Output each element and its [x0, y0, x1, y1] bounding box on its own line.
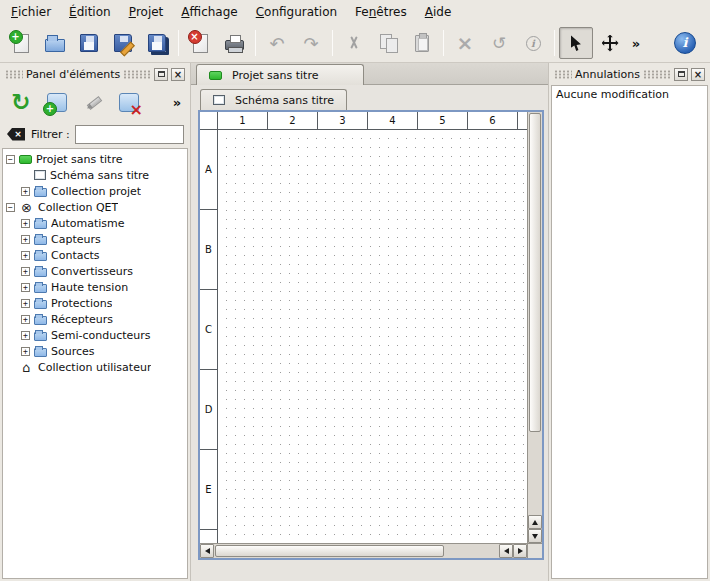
float-dock-button[interactable]: [674, 68, 688, 81]
copy-button[interactable]: [371, 27, 405, 59]
open-project-button[interactable]: [38, 27, 72, 59]
expander-minus-icon[interactable]: −: [6, 155, 15, 164]
expander-plus-icon[interactable]: +: [21, 299, 30, 308]
pan-mode-button[interactable]: [593, 27, 627, 59]
column-header-6: 6: [468, 112, 518, 129]
right-arrow-icon: [518, 548, 523, 554]
folder-icon: [34, 220, 47, 229]
tree-item-sources[interactable]: +Sources: [3, 343, 187, 359]
folder-open-icon: [45, 39, 65, 52]
floppy-icon: [80, 34, 98, 52]
save-button[interactable]: [72, 27, 106, 59]
menu-configuration[interactable]: Configuration: [247, 0, 346, 24]
close-dock-button[interactable]: [171, 68, 185, 81]
elements-toolbar-overflow-button[interactable]: »: [169, 87, 185, 117]
tree-item-schema-sans-titre[interactable]: Schéma sans titre: [3, 167, 187, 183]
save-all-button[interactable]: [140, 27, 174, 59]
tree-item-semi-conducteurs[interactable]: +Semi-conducteurs: [3, 327, 187, 343]
copy-pages-icon: [380, 34, 397, 52]
folder-icon: [34, 348, 47, 357]
reload-collections-button[interactable]: [5, 87, 37, 117]
tree-item-recepteurs[interactable]: +Récepteurs: [3, 311, 187, 327]
expander-plus-icon[interactable]: +: [21, 187, 30, 196]
menu-edition[interactable]: Édition: [60, 0, 120, 24]
elements-panel-titlebar[interactable]: Panel d'éléments: [2, 65, 188, 83]
scroll-down-button[interactable]: [528, 529, 542, 543]
horizontal-scrollbar-thumb[interactable]: [215, 545, 444, 557]
paste-button[interactable]: [405, 27, 439, 59]
schema-scroll-area: 123456 ABCDE: [200, 112, 527, 543]
clear-filter-button[interactable]: [6, 126, 26, 142]
column-header-1: 1: [218, 112, 268, 129]
dock-handle-dots: [5, 70, 23, 79]
delete-button[interactable]: [448, 27, 482, 59]
horizontal-scrollbar[interactable]: [200, 543, 527, 558]
tree-item-convertisseurs[interactable]: +Convertisseurs: [3, 263, 187, 279]
tree-item-label: Collection projet: [51, 185, 141, 198]
undo-dock-titlebar[interactable]: Annulations: [551, 65, 708, 83]
expander-plus-icon[interactable]: +: [21, 235, 30, 244]
tree-item-capteurs[interactable]: +Capteurs: [3, 231, 187, 247]
filter-input[interactable]: [75, 125, 184, 144]
tree-item-projet-sans-titre[interactable]: −Projet sans titre: [3, 151, 187, 167]
tree-item-collection-projet[interactable]: +Collection projet: [3, 183, 187, 199]
vertical-scrollbar-track[interactable]: [528, 433, 542, 515]
tree-item-protections[interactable]: +Protections: [3, 295, 187, 311]
folder-icon: [34, 188, 47, 197]
tree-item-contacts[interactable]: +Contacts: [3, 247, 187, 263]
expander-plus-icon[interactable]: +: [21, 219, 30, 228]
scroll-up-button[interactable]: [528, 515, 542, 529]
infos-button[interactable]: [516, 27, 550, 59]
scroll-left-button-end[interactable]: [499, 544, 513, 558]
tree-item-label: Convertisseurs: [51, 265, 133, 278]
cut-button[interactable]: [337, 27, 371, 59]
tree-item-automatisme[interactable]: +Automatisme: [3, 215, 187, 231]
toolbar-overflow-button[interactable]: »: [627, 27, 645, 59]
row-header-A: A: [200, 130, 217, 210]
about-qt-button[interactable]: [668, 27, 702, 59]
edit-element-button[interactable]: [77, 87, 109, 117]
menu-fenetres[interactable]: Fenêtres: [346, 0, 416, 24]
new-project-button[interactable]: [4, 27, 38, 59]
scroll-right-button[interactable]: [513, 544, 527, 558]
project-icon: [209, 71, 222, 80]
float-dock-button[interactable]: [154, 68, 168, 81]
expander-plus-icon[interactable]: +: [21, 315, 30, 324]
close-file-button[interactable]: [183, 27, 217, 59]
menu-affichage[interactable]: Affichage: [172, 0, 246, 24]
menu-aide[interactable]: Aide: [416, 0, 461, 24]
rotate-button[interactable]: [482, 27, 516, 59]
scroll-left-button[interactable]: [200, 544, 214, 558]
undo-button[interactable]: [260, 27, 294, 59]
redo-button[interactable]: [294, 27, 328, 59]
vertical-scrollbar[interactable]: [527, 112, 542, 543]
expander-plus-icon[interactable]: +: [21, 267, 30, 276]
delete-element-button[interactable]: [113, 87, 145, 117]
print-button[interactable]: [217, 27, 251, 59]
printer-icon: [225, 40, 244, 50]
save-as-button[interactable]: [106, 27, 140, 59]
row-header-D: D: [200, 370, 217, 450]
menu-projet[interactable]: Projet: [120, 0, 173, 24]
tree-item-collection-utilisateur[interactable]: Collection utilisateur: [3, 359, 187, 375]
undo-empty-message: Aucune modification: [552, 86, 707, 103]
tab-schema[interactable]: Schéma sans titre: [200, 89, 347, 110]
tree-item-haute-tension[interactable]: +Haute tension: [3, 279, 187, 295]
expander-plus-icon[interactable]: +: [21, 251, 30, 260]
menu-fichier[interactable]: Fichier: [2, 0, 60, 24]
tree-item-collection-qet[interactable]: −Collection QET: [3, 199, 187, 215]
expander-minus-icon[interactable]: −: [6, 203, 15, 212]
expander-plus-icon[interactable]: +: [21, 347, 30, 356]
select-mode-button[interactable]: [559, 27, 593, 59]
close-dock-button[interactable]: [691, 68, 705, 81]
undo-list[interactable]: Aucune modification: [551, 85, 708, 579]
tree-item-label: Projet sans titre: [36, 153, 123, 166]
tab-project[interactable]: Projet sans titre: [196, 64, 364, 85]
project-tabbar: Projet sans titre: [191, 63, 548, 85]
elements-panel-dock: Panel d'éléments » Filtrer : −Projet san…: [0, 63, 191, 581]
new-element-button[interactable]: [41, 87, 73, 117]
expander-plus-icon[interactable]: +: [21, 283, 30, 292]
expander-plus-icon[interactable]: +: [21, 331, 30, 340]
vertical-scrollbar-thumb[interactable]: [529, 113, 541, 432]
schema-canvas[interactable]: [218, 130, 527, 543]
